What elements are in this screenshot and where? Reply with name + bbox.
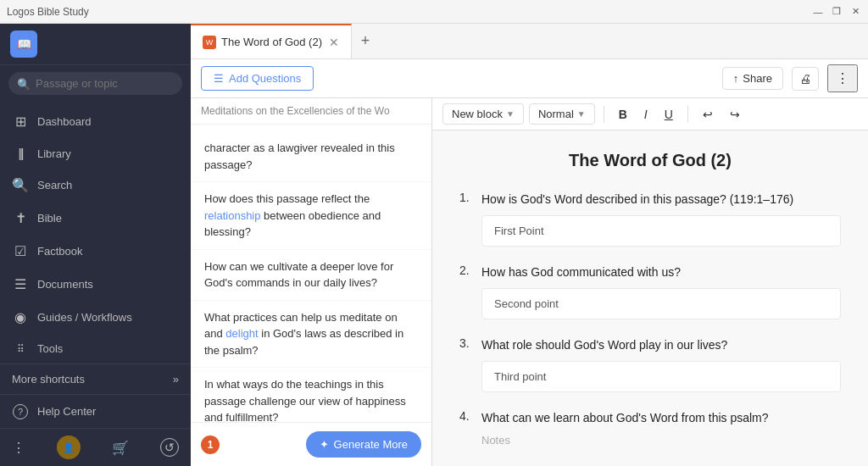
question-2-number: 2. (459, 264, 475, 277)
question-text: How does this passage reflect the relati… (204, 192, 381, 238)
list-item[interactable]: character as a lawgiver revealed in this… (191, 131, 431, 182)
style-dropdown-arrow-icon: ▼ (577, 109, 586, 119)
main-toolbar: ☰ Add Questions ↑ Share 🖨 ⋮ (191, 59, 868, 98)
generate-icon: ✦ (320, 438, 329, 451)
add-questions-icon: ☰ (214, 72, 224, 85)
list-item[interactable]: How can we cultivate a deeper love for G… (191, 250, 431, 301)
questions-list: character as a lawgiver revealed in this… (191, 125, 431, 422)
app-layout: 📖 🔍 ⊞ Dashboard ||| Library 🔍 Search (0, 24, 868, 466)
sidebar-item-guides[interactable]: ◉ Guides / Workflows (0, 301, 191, 334)
restore-button[interactable]: ❒ (831, 6, 843, 18)
sidebar-item-label: Guides / Workflows (37, 311, 132, 324)
toolbar-right: ↑ Share 🖨 ⋮ (722, 64, 858, 92)
questions-header: Meditations on the Excellencies of the W… (191, 98, 431, 125)
refresh-icon[interactable]: ↺ (160, 438, 179, 457)
list-item[interactable]: What practices can help us meditate on a… (191, 301, 431, 369)
sidebar-item-label: Documents (37, 278, 93, 291)
list-item[interactable]: In what ways do the teachings in this pa… (191, 368, 431, 422)
generate-badge: 1 (201, 435, 220, 454)
redo-button[interactable]: ↪ (724, 104, 746, 125)
documents-icon: ☰ (12, 276, 29, 292)
more-icon[interactable]: ⋮ (12, 440, 25, 456)
question-4-header: 4. What can we learn about God's Word fr… (459, 409, 841, 427)
more-options-icon: ⋮ (836, 71, 849, 86)
underline-button[interactable]: U (659, 104, 679, 125)
question-text: What practices can help us meditate on a… (204, 311, 403, 357)
more-options-button[interactable]: ⋮ (827, 64, 858, 92)
question-4-text: What can we learn about God's Word from … (481, 409, 769, 427)
bold-label: B (619, 108, 627, 121)
sidebar-footer: ⋮ 👤 🛒 ↺ (0, 428, 191, 466)
sidebar-item-help[interactable]: ? Help Center (0, 394, 191, 428)
question-1-text: How is God's Word described in this pass… (481, 191, 793, 208)
minimize-button[interactable]: — (812, 6, 824, 18)
answer-box-3[interactable]: Third point (481, 361, 841, 392)
factbook-icon: ☑ (12, 243, 29, 259)
sidebar-item-factbook[interactable]: ☑ Factbook (0, 235, 191, 268)
sidebar-item-search[interactable]: 🔍 Search (0, 169, 191, 202)
dashboard-icon: ⊞ (12, 114, 29, 130)
search-input[interactable] (8, 72, 182, 95)
answer-box-2[interactable]: Second point (481, 288, 841, 319)
sidebar-item-label: Factbook (37, 245, 82, 258)
close-button[interactable]: ✕ (849, 6, 861, 18)
underline-label: U (665, 108, 673, 121)
undo-button[interactable]: ↩ (697, 104, 719, 125)
badge-count: 1 (208, 439, 214, 451)
document-title: The Word of God (2) (459, 151, 841, 170)
more-shortcuts[interactable]: More shortcuts » (0, 363, 191, 394)
questions-footer: 1 ✦ Generate More (191, 422, 431, 466)
question-3-number: 3. (459, 336, 475, 350)
help-icon: ? (12, 403, 29, 419)
sidebar-item-library[interactable]: ||| Library (0, 138, 191, 169)
answer-box-1[interactable]: First Point (481, 215, 841, 247)
search-wrap: 🔍 (8, 72, 182, 95)
sidebar-item-tools[interactable]: ⠿ Tools (0, 334, 191, 363)
sidebar: 📖 🔍 ⊞ Dashboard ||| Library 🔍 Search (0, 24, 191, 466)
undo-icon: ↩ (703, 108, 713, 121)
questions-panel: Meditations on the Excellencies of the W… (191, 98, 432, 466)
add-questions-button[interactable]: ☰ Add Questions (201, 66, 314, 91)
tab-bar: W The Word of God (2) ✕ + (191, 24, 868, 59)
new-block-dropdown[interactable]: New block ▼ (442, 103, 524, 125)
generate-label: Generate More (334, 438, 408, 451)
tab-word-of-god[interactable]: W The Word of God (2) ✕ (191, 24, 352, 58)
answer-text-3: Third point (494, 370, 546, 383)
sidebar-item-bible[interactable]: ✝ Bible (0, 202, 191, 235)
italic-button[interactable]: I (638, 104, 654, 125)
sidebar-item-documents[interactable]: ☰ Documents (0, 268, 191, 301)
print-icon: 🖨 (799, 72, 811, 86)
app-logo-icon: 📖 (10, 31, 37, 58)
share-icon: ↑ (733, 72, 739, 85)
generate-more-button[interactable]: ✦ Generate More (306, 431, 421, 458)
toolbar-divider (604, 106, 604, 123)
notes-label: Notes (481, 434, 841, 447)
cart-icon[interactable]: 🛒 (112, 440, 129, 456)
list-item[interactable]: How does this passage reflect the relati… (191, 182, 431, 250)
question-3-text: What role should God's Word play in our … (481, 336, 727, 354)
editor-panel: New block ▼ Normal ▼ B I U (432, 98, 868, 466)
normal-label: Normal (538, 108, 574, 120)
normal-style-dropdown[interactable]: Normal ▼ (529, 103, 595, 125)
italic-label: I (644, 108, 648, 121)
bible-icon: ✝ (12, 210, 29, 226)
question-text: In what ways do the teachings in this pa… (204, 378, 406, 422)
question-section-2: 2. How has God communicated with us? Sec… (459, 264, 841, 319)
main-content: W The Word of God (2) ✕ + ☰ Add Question… (191, 24, 868, 466)
tab-close-button[interactable]: ✕ (329, 36, 339, 49)
bold-button[interactable]: B (613, 104, 633, 125)
print-button[interactable]: 🖨 (792, 67, 819, 91)
share-button[interactable]: ↑ Share (722, 67, 783, 90)
avatar[interactable]: 👤 (57, 435, 81, 459)
sidebar-logo-area: 📖 (0, 24, 191, 65)
question-section-1: 1. How is God's Word described in this p… (459, 191, 841, 247)
sidebar-item-dashboard[interactable]: ⊞ Dashboard (0, 105, 191, 138)
question-section-4: 4. What can we learn about God's Word fr… (459, 409, 841, 447)
question-2-text: How has God communicated with us? (481, 264, 681, 281)
question-4-number: 4. (459, 409, 475, 423)
question-section-3: 3. What role should God's Word play in o… (459, 336, 841, 392)
tab-add-button[interactable]: + (352, 28, 379, 55)
share-label: Share (743, 72, 772, 85)
search-icon: 🔍 (17, 77, 31, 90)
question-text: character as a lawgiver revealed in this… (204, 141, 395, 171)
